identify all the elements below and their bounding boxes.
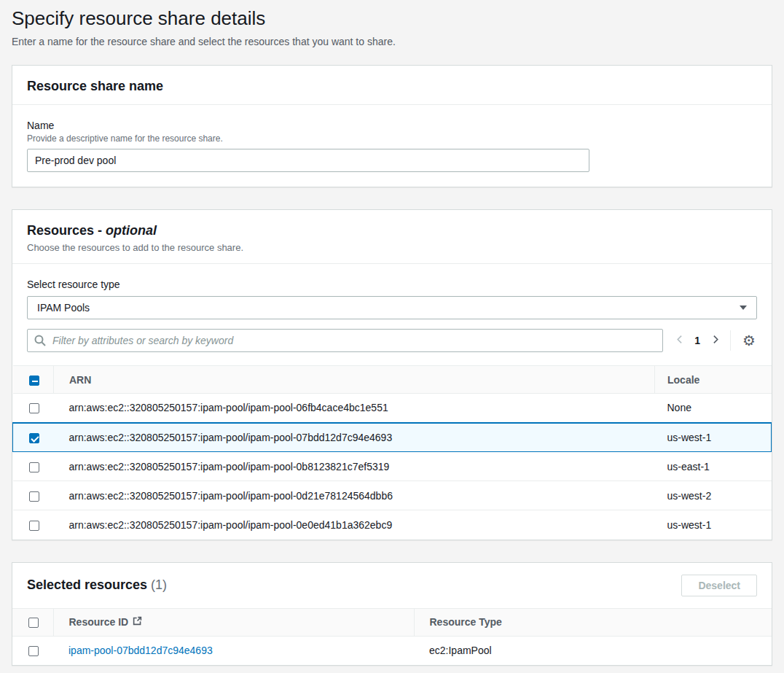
- selected-resources-card: Selected resources (1) Deselect Resource…: [12, 562, 772, 666]
- resource-type-selected-value: IPAM Pools: [37, 302, 90, 314]
- row-checkbox[interactable]: [29, 491, 39, 502]
- arn-column-header: ARN: [54, 366, 655, 394]
- arn-cell: arn:aws:ec2::320805250157:ipam-pool/ipam…: [54, 452, 655, 481]
- arn-cell: arn:aws:ec2::320805250157:ipam-pool/ipam…: [54, 423, 655, 452]
- page-subtitle: Enter a name for the resource share and …: [12, 36, 772, 47]
- row-checkbox[interactable]: [29, 521, 39, 531]
- resource-id-column-header: Resource ID: [69, 616, 129, 628]
- previous-page-button[interactable]: [670, 330, 689, 351]
- locale-cell: us-west-1: [655, 510, 772, 540]
- arn-cell: arn:aws:ec2::320805250157:ipam-pool/ipam…: [54, 481, 655, 510]
- settings-gear-icon[interactable]: ⚙: [730, 330, 757, 351]
- resources-card-title: Resources - optional: [27, 223, 757, 238]
- arn-table-row[interactable]: arn:aws:ec2::320805250157:ipam-pool/ipam…: [13, 452, 772, 481]
- filter-wrap: [27, 329, 663, 352]
- locale-cell: None: [655, 394, 772, 423]
- resource-type-label: Select resource type: [27, 279, 757, 290]
- arn-table-row[interactable]: arn:aws:ec2::320805250157:ipam-pool/ipam…: [13, 510, 772, 540]
- resources-card-header: Resources - optional Choose the resource…: [12, 210, 772, 264]
- chevron-right-icon: [710, 335, 720, 346]
- selected-card-title: Selected resources (1): [27, 577, 167, 593]
- row-checkbox[interactable]: [29, 433, 39, 443]
- name-card-header: Resource share name: [12, 66, 772, 105]
- chevron-down-icon: [740, 306, 747, 310]
- arn-table-row[interactable]: arn:aws:ec2::320805250157:ipam-pool/ipam…: [13, 423, 772, 452]
- locale-cell: us-west-1: [655, 423, 772, 452]
- selected-table-header-row: Resource ID Resource Type: [12, 608, 772, 636]
- resource-type-column-header: Resource Type: [414, 608, 772, 636]
- resources-card-description: Choose the resources to add to the resou…: [27, 242, 757, 253]
- selected-table-row[interactable]: ipam-pool-07bdd12d7c94e4693ec2:IpamPool: [12, 636, 772, 665]
- selected-count: (1): [151, 577, 167, 592]
- resources-title-optional: optional: [106, 223, 157, 238]
- name-card-title: Resource share name: [27, 79, 757, 94]
- arn-cell: arn:aws:ec2::320805250157:ipam-pool/ipam…: [54, 394, 655, 423]
- resources-card: Resources - optional Choose the resource…: [12, 209, 772, 540]
- selected-table-body: ipam-pool-07bdd12d7c94e4693ec2:IpamPool: [12, 636, 772, 665]
- arn-table: ARN Locale arn:aws:ec2::320805250157:ipa…: [12, 365, 772, 540]
- next-page-button[interactable]: [705, 330, 724, 351]
- resource-type-select[interactable]: IPAM Pools: [27, 296, 757, 319]
- locale-cell: us-east-1: [655, 452, 772, 481]
- current-page-number: 1: [689, 335, 705, 346]
- resource-type-cell: ec2:IpamPool: [414, 636, 772, 665]
- resources-title-text: Resources -: [27, 223, 102, 238]
- row-checkbox[interactable]: [29, 462, 39, 472]
- name-label: Name: [27, 120, 757, 131]
- page-title: Specify resource share details: [12, 7, 772, 30]
- filter-row: 1 ⚙: [27, 329, 757, 352]
- locale-cell: us-west-2: [655, 481, 772, 510]
- name-hint: Provide a descriptive name for the resou…: [27, 133, 757, 144]
- arn-table-header-row: ARN Locale: [13, 366, 772, 394]
- external-link-icon: [133, 616, 142, 628]
- filter-input[interactable]: [27, 329, 663, 352]
- selected-title-text: Selected resources: [27, 577, 147, 592]
- row-checkbox[interactable]: [28, 646, 39, 656]
- search-icon: [34, 335, 46, 349]
- selected-table: Resource ID Resource Type: [12, 608, 772, 666]
- select-all-checkbox[interactable]: [29, 376, 39, 386]
- resource-share-name-card: Resource share name Name Provide a descr…: [12, 65, 772, 187]
- chevron-left-icon: [675, 335, 685, 346]
- selected-select-all-checkbox[interactable]: [28, 618, 39, 628]
- name-input[interactable]: [27, 149, 589, 172]
- arn-table-body: arn:aws:ec2::320805250157:ipam-pool/ipam…: [13, 394, 772, 540]
- name-card-body: Name Provide a descriptive name for the …: [12, 105, 772, 187]
- selected-card-header: Selected resources (1) Deselect: [12, 563, 772, 608]
- arn-table-row[interactable]: arn:aws:ec2::320805250157:ipam-pool/ipam…: [13, 394, 772, 423]
- resource-id-link[interactable]: ipam-pool-07bdd12d7c94e4693: [68, 645, 213, 656]
- arn-cell: arn:aws:ec2::320805250157:ipam-pool/ipam…: [54, 510, 655, 540]
- deselect-button[interactable]: Deselect: [681, 575, 757, 596]
- resources-tools: Select resource type IPAM Pools: [12, 264, 772, 365]
- locale-column-header: Locale: [655, 366, 772, 394]
- arn-table-row[interactable]: arn:aws:ec2::320805250157:ipam-pool/ipam…: [13, 481, 772, 510]
- row-checkbox[interactable]: [29, 403, 39, 413]
- page: Specify resource share details Enter a n…: [0, 0, 784, 666]
